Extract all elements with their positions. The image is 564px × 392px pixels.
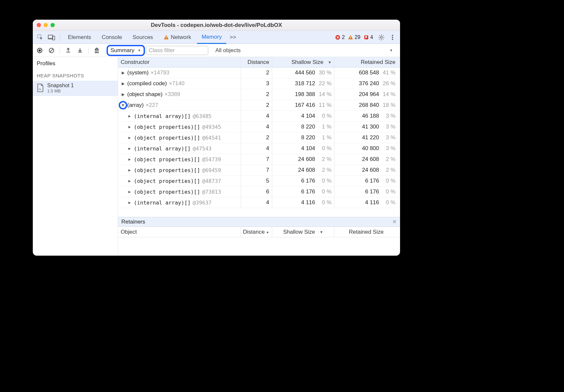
row-name: (object shape) bbox=[127, 91, 163, 98]
tab-elements[interactable]: Elements bbox=[63, 31, 96, 44]
svg-point-13 bbox=[392, 39, 393, 40]
kebab-menu-icon[interactable] bbox=[388, 32, 397, 42]
row-name: (object properties)[] bbox=[134, 135, 200, 141]
collapse-arrow-icon[interactable]: ▼ bbox=[121, 103, 125, 108]
class-filter-input[interactable]: Class filter bbox=[146, 46, 208, 55]
warning-count[interactable]: 29 bbox=[348, 34, 360, 40]
row-shallow-pct: 0 % bbox=[317, 178, 332, 184]
retainers-grid: Object Distance Shallow Size Retained Si… bbox=[118, 227, 400, 256]
ret-col-retained[interactable]: Retained Size bbox=[334, 227, 400, 237]
settings-icon[interactable] bbox=[376, 32, 386, 42]
object-row[interactable]: ▶(object properties)[] @4934548 2201 %41… bbox=[118, 122, 400, 132]
row-object-id: @64541 bbox=[202, 135, 221, 141]
view-mode-select[interactable]: Summary ▼ bbox=[108, 46, 144, 55]
record-button[interactable] bbox=[35, 46, 45, 55]
object-row[interactable]: ▶(object properties)[] @6454128 2201 %41… bbox=[118, 132, 400, 143]
object-filter-select[interactable]: All objects ▼ bbox=[210, 47, 398, 54]
expand-arrow-icon[interactable]: ▶ bbox=[127, 135, 132, 140]
row-retained-pct: 0 % bbox=[381, 188, 395, 195]
row-retained: 46 188 bbox=[362, 113, 379, 119]
separator bbox=[60, 33, 60, 41]
snapshot-item[interactable]: % Snapshot 1 1.5 MB bbox=[33, 81, 118, 96]
row-retained-pct: 0 % bbox=[381, 178, 395, 184]
ret-col-shallow[interactable]: Shallow Size bbox=[272, 227, 334, 237]
export-icon[interactable] bbox=[63, 46, 73, 55]
chevron-down-icon: ▼ bbox=[138, 49, 141, 52]
tab-sources[interactable]: Sources bbox=[128, 31, 157, 44]
row-retained: 268 840 bbox=[359, 102, 379, 108]
row-name: (object properties)[] bbox=[134, 167, 200, 173]
row-distance: 4 bbox=[266, 124, 269, 130]
row-name: (internal array)[] bbox=[134, 200, 191, 206]
expand-arrow-icon[interactable]: ▶ bbox=[121, 81, 125, 86]
row-shallow-pct: 2 % bbox=[317, 167, 332, 173]
row-shallow: 167 416 bbox=[295, 102, 315, 108]
device-toolbar-icon[interactable] bbox=[47, 32, 56, 42]
row-object-id: @54739 bbox=[202, 156, 221, 163]
ret-col-distance[interactable]: Distance bbox=[241, 227, 272, 237]
row-retained: 6 176 bbox=[365, 188, 379, 195]
row-retained: 41 300 bbox=[362, 124, 379, 130]
expand-arrow-icon[interactable]: ▶ bbox=[121, 92, 125, 97]
row-retained: 4 116 bbox=[365, 199, 379, 206]
title-bar: DevTools - codepen.io/web-dot-dev/live/P… bbox=[33, 20, 400, 31]
row-distance: 4 bbox=[266, 199, 269, 206]
retainers-title: Retainers bbox=[121, 219, 145, 225]
object-row[interactable]: ▶(internal array)[] @4754344 1040 %40 80… bbox=[118, 143, 400, 154]
snapshot-size: 1.5 MB bbox=[47, 88, 74, 93]
object-row[interactable]: ▶(object properties)[] @69459724 6082 %2… bbox=[118, 165, 400, 176]
object-row[interactable]: ▶(object properties)[] @54739724 6082 %2… bbox=[118, 154, 400, 165]
import-icon[interactable] bbox=[75, 46, 85, 55]
tab-memory[interactable]: Memory bbox=[197, 31, 226, 44]
col-shallow[interactable]: Shallow Size bbox=[272, 57, 334, 67]
expand-arrow-icon[interactable]: ▶ bbox=[127, 125, 132, 129]
object-row[interactable]: ▶(internal array)[] @3963744 1160 %4 116… bbox=[118, 197, 400, 208]
issues-count[interactable]: 4 bbox=[364, 34, 373, 40]
object-row[interactable]: ▶(object properties)[] @7301366 1760 %6 … bbox=[118, 186, 400, 197]
minimize-window-button[interactable] bbox=[44, 23, 48, 27]
expand-arrow-icon[interactable]: ▶ bbox=[127, 114, 132, 118]
row-retained: 6 176 bbox=[365, 178, 379, 184]
retainers-menu-icon[interactable]: ≡ bbox=[393, 219, 397, 225]
row-retained: 41 220 bbox=[362, 134, 379, 141]
row-name: (object properties)[] bbox=[134, 156, 200, 163]
ret-col-object[interactable]: Object bbox=[118, 227, 241, 237]
expand-arrow-icon[interactable]: ▶ bbox=[127, 157, 132, 162]
expand-arrow-icon[interactable]: ▶ bbox=[127, 179, 132, 183]
constructor-row[interactable]: ▶(compiled code) ×71403318 71222 %376 24… bbox=[118, 78, 400, 89]
tab-network[interactable]: Network bbox=[159, 31, 196, 44]
collect-garbage-icon[interactable] bbox=[92, 46, 102, 55]
tab-console[interactable]: Console bbox=[97, 31, 127, 44]
expand-arrow-icon[interactable]: ▶ bbox=[127, 146, 132, 151]
close-window-button[interactable] bbox=[37, 23, 41, 27]
svg-rect-3 bbox=[166, 36, 167, 38]
constructor-row[interactable]: ▼(array) ×2272167 41611 %268 84018 % bbox=[118, 100, 400, 111]
row-shallow: 8 220 bbox=[301, 134, 315, 141]
col-constructor[interactable]: Constructor bbox=[118, 57, 241, 67]
object-row[interactable]: ▶(internal array)[] @6348544 1040 %46 18… bbox=[118, 111, 400, 122]
zoom-window-button[interactable] bbox=[50, 23, 55, 27]
object-row[interactable]: ▶(object properties)[] @4873756 1760 %6 … bbox=[118, 176, 400, 186]
row-name: (array) bbox=[127, 102, 144, 108]
clear-button[interactable] bbox=[47, 46, 56, 55]
row-shallow-pct: 2 % bbox=[317, 156, 332, 163]
memory-toolbar: Summary ▼ Class filter All objects ▼ bbox=[33, 44, 400, 57]
constructor-row[interactable]: ▶(system) ×147932444 56030 %608 54841 % bbox=[118, 68, 400, 78]
row-retained-pct: 3 % bbox=[381, 113, 395, 119]
row-name: (object properties)[] bbox=[134, 178, 200, 184]
col-retained[interactable]: Retained Size bbox=[334, 57, 400, 67]
tabs-overflow[interactable]: >> bbox=[228, 31, 238, 44]
row-shallow: 24 608 bbox=[298, 167, 315, 173]
col-distance[interactable]: Distance bbox=[241, 57, 272, 67]
constructor-row[interactable]: ▶(object shape) ×33892198 38814 %204 964… bbox=[118, 89, 400, 100]
error-count[interactable]: 2 bbox=[335, 34, 345, 40]
inspect-element-icon[interactable] bbox=[35, 32, 45, 42]
expand-arrow-icon[interactable]: ▶ bbox=[127, 200, 132, 205]
row-shallow: 318 712 bbox=[295, 80, 315, 87]
expand-arrow-icon[interactable]: ▶ bbox=[127, 168, 132, 172]
expand-arrow-icon[interactable]: ▶ bbox=[121, 70, 125, 75]
expand-arrow-icon[interactable]: ▶ bbox=[127, 189, 132, 194]
svg-text:%: % bbox=[39, 88, 41, 91]
snapshot-name: Snapshot 1 bbox=[47, 83, 74, 88]
row-object-id: @48737 bbox=[202, 178, 221, 184]
